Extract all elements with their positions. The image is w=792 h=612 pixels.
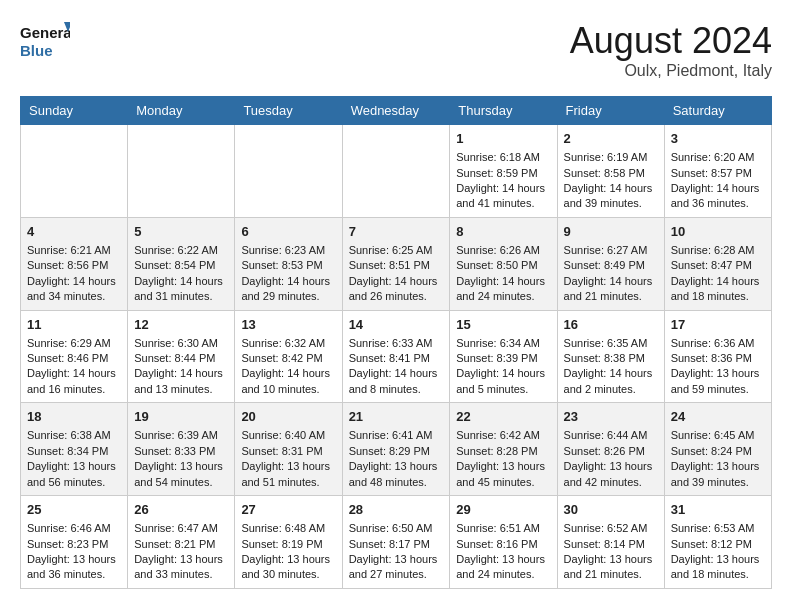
svg-text:General: General xyxy=(20,24,70,41)
day-number: 21 xyxy=(349,408,444,426)
day-info: Sunrise: 6:22 AM Sunset: 8:54 PM Dayligh… xyxy=(134,244,223,302)
day-cell: 9Sunrise: 6:27 AM Sunset: 8:49 PM Daylig… xyxy=(557,217,664,310)
day-cell: 5Sunrise: 6:22 AM Sunset: 8:54 PM Daylig… xyxy=(128,217,235,310)
day-number: 31 xyxy=(671,501,765,519)
calendar-table: SundayMondayTuesdayWednesdayThursdayFrid… xyxy=(20,96,772,589)
day-cell: 28Sunrise: 6:50 AM Sunset: 8:17 PM Dayli… xyxy=(342,496,450,589)
week-row-2: 4Sunrise: 6:21 AM Sunset: 8:56 PM Daylig… xyxy=(21,217,772,310)
day-number: 28 xyxy=(349,501,444,519)
day-cell: 12Sunrise: 6:30 AM Sunset: 8:44 PM Dayli… xyxy=(128,310,235,403)
day-number: 4 xyxy=(27,223,121,241)
day-info: Sunrise: 6:40 AM Sunset: 8:31 PM Dayligh… xyxy=(241,429,330,487)
day-number: 2 xyxy=(564,130,658,148)
day-cell: 26Sunrise: 6:47 AM Sunset: 8:21 PM Dayli… xyxy=(128,496,235,589)
day-cell: 25Sunrise: 6:46 AM Sunset: 8:23 PM Dayli… xyxy=(21,496,128,589)
weekday-header-thursday: Thursday xyxy=(450,97,557,125)
day-cell: 10Sunrise: 6:28 AM Sunset: 8:47 PM Dayli… xyxy=(664,217,771,310)
day-info: Sunrise: 6:46 AM Sunset: 8:23 PM Dayligh… xyxy=(27,522,116,580)
day-number: 12 xyxy=(134,316,228,334)
day-info: Sunrise: 6:21 AM Sunset: 8:56 PM Dayligh… xyxy=(27,244,116,302)
day-cell: 22Sunrise: 6:42 AM Sunset: 8:28 PM Dayli… xyxy=(450,403,557,496)
day-cell: 14Sunrise: 6:33 AM Sunset: 8:41 PM Dayli… xyxy=(342,310,450,403)
day-number: 13 xyxy=(241,316,335,334)
day-number: 10 xyxy=(671,223,765,241)
day-info: Sunrise: 6:45 AM Sunset: 8:24 PM Dayligh… xyxy=(671,429,760,487)
day-number: 20 xyxy=(241,408,335,426)
day-number: 30 xyxy=(564,501,658,519)
day-cell: 15Sunrise: 6:34 AM Sunset: 8:39 PM Dayli… xyxy=(450,310,557,403)
day-number: 27 xyxy=(241,501,335,519)
day-info: Sunrise: 6:28 AM Sunset: 8:47 PM Dayligh… xyxy=(671,244,760,302)
day-info: Sunrise: 6:52 AM Sunset: 8:14 PM Dayligh… xyxy=(564,522,653,580)
day-info: Sunrise: 6:38 AM Sunset: 8:34 PM Dayligh… xyxy=(27,429,116,487)
day-cell xyxy=(235,125,342,218)
day-cell: 7Sunrise: 6:25 AM Sunset: 8:51 PM Daylig… xyxy=(342,217,450,310)
day-info: Sunrise: 6:27 AM Sunset: 8:49 PM Dayligh… xyxy=(564,244,653,302)
month-year: August 2024 xyxy=(570,20,772,62)
day-number: 16 xyxy=(564,316,658,334)
page-header: General Blue August 2024 Oulx, Piedmont,… xyxy=(20,20,772,80)
day-cell xyxy=(342,125,450,218)
day-info: Sunrise: 6:18 AM Sunset: 8:59 PM Dayligh… xyxy=(456,151,545,209)
day-cell: 23Sunrise: 6:44 AM Sunset: 8:26 PM Dayli… xyxy=(557,403,664,496)
logo: General Blue xyxy=(20,20,70,62)
day-cell: 8Sunrise: 6:26 AM Sunset: 8:50 PM Daylig… xyxy=(450,217,557,310)
day-info: Sunrise: 6:30 AM Sunset: 8:44 PM Dayligh… xyxy=(134,337,223,395)
day-number: 25 xyxy=(27,501,121,519)
day-number: 23 xyxy=(564,408,658,426)
day-info: Sunrise: 6:20 AM Sunset: 8:57 PM Dayligh… xyxy=(671,151,760,209)
day-number: 3 xyxy=(671,130,765,148)
day-number: 11 xyxy=(27,316,121,334)
day-info: Sunrise: 6:47 AM Sunset: 8:21 PM Dayligh… xyxy=(134,522,223,580)
day-cell: 6Sunrise: 6:23 AM Sunset: 8:53 PM Daylig… xyxy=(235,217,342,310)
day-info: Sunrise: 6:32 AM Sunset: 8:42 PM Dayligh… xyxy=(241,337,330,395)
day-number: 9 xyxy=(564,223,658,241)
weekday-header-tuesday: Tuesday xyxy=(235,97,342,125)
day-info: Sunrise: 6:50 AM Sunset: 8:17 PM Dayligh… xyxy=(349,522,438,580)
day-cell: 1Sunrise: 6:18 AM Sunset: 8:59 PM Daylig… xyxy=(450,125,557,218)
day-cell: 27Sunrise: 6:48 AM Sunset: 8:19 PM Dayli… xyxy=(235,496,342,589)
day-cell: 18Sunrise: 6:38 AM Sunset: 8:34 PM Dayli… xyxy=(21,403,128,496)
week-row-1: 1Sunrise: 6:18 AM Sunset: 8:59 PM Daylig… xyxy=(21,125,772,218)
day-cell: 20Sunrise: 6:40 AM Sunset: 8:31 PM Dayli… xyxy=(235,403,342,496)
day-number: 5 xyxy=(134,223,228,241)
day-cell: 21Sunrise: 6:41 AM Sunset: 8:29 PM Dayli… xyxy=(342,403,450,496)
weekday-header-friday: Friday xyxy=(557,97,664,125)
weekday-header-sunday: Sunday xyxy=(21,97,128,125)
day-number: 1 xyxy=(456,130,550,148)
day-cell: 16Sunrise: 6:35 AM Sunset: 8:38 PM Dayli… xyxy=(557,310,664,403)
day-info: Sunrise: 6:34 AM Sunset: 8:39 PM Dayligh… xyxy=(456,337,545,395)
day-number: 19 xyxy=(134,408,228,426)
day-cell: 3Sunrise: 6:20 AM Sunset: 8:57 PM Daylig… xyxy=(664,125,771,218)
title-block: August 2024 Oulx, Piedmont, Italy xyxy=(570,20,772,80)
day-info: Sunrise: 6:44 AM Sunset: 8:26 PM Dayligh… xyxy=(564,429,653,487)
day-number: 15 xyxy=(456,316,550,334)
day-number: 17 xyxy=(671,316,765,334)
day-info: Sunrise: 6:25 AM Sunset: 8:51 PM Dayligh… xyxy=(349,244,438,302)
weekday-header-wednesday: Wednesday xyxy=(342,97,450,125)
day-cell xyxy=(21,125,128,218)
location: Oulx, Piedmont, Italy xyxy=(570,62,772,80)
day-number: 14 xyxy=(349,316,444,334)
day-info: Sunrise: 6:36 AM Sunset: 8:36 PM Dayligh… xyxy=(671,337,760,395)
week-row-3: 11Sunrise: 6:29 AM Sunset: 8:46 PM Dayli… xyxy=(21,310,772,403)
day-cell: 2Sunrise: 6:19 AM Sunset: 8:58 PM Daylig… xyxy=(557,125,664,218)
svg-text:Blue: Blue xyxy=(20,42,53,59)
day-cell: 11Sunrise: 6:29 AM Sunset: 8:46 PM Dayli… xyxy=(21,310,128,403)
day-number: 26 xyxy=(134,501,228,519)
day-info: Sunrise: 6:26 AM Sunset: 8:50 PM Dayligh… xyxy=(456,244,545,302)
day-info: Sunrise: 6:39 AM Sunset: 8:33 PM Dayligh… xyxy=(134,429,223,487)
day-cell: 4Sunrise: 6:21 AM Sunset: 8:56 PM Daylig… xyxy=(21,217,128,310)
day-info: Sunrise: 6:29 AM Sunset: 8:46 PM Dayligh… xyxy=(27,337,116,395)
day-cell: 17Sunrise: 6:36 AM Sunset: 8:36 PM Dayli… xyxy=(664,310,771,403)
day-info: Sunrise: 6:19 AM Sunset: 8:58 PM Dayligh… xyxy=(564,151,653,209)
logo-svg: General Blue xyxy=(20,20,70,62)
week-row-4: 18Sunrise: 6:38 AM Sunset: 8:34 PM Dayli… xyxy=(21,403,772,496)
day-cell: 19Sunrise: 6:39 AM Sunset: 8:33 PM Dayli… xyxy=(128,403,235,496)
day-cell: 13Sunrise: 6:32 AM Sunset: 8:42 PM Dayli… xyxy=(235,310,342,403)
day-cell: 31Sunrise: 6:53 AM Sunset: 8:12 PM Dayli… xyxy=(664,496,771,589)
day-number: 6 xyxy=(241,223,335,241)
weekday-header-row: SundayMondayTuesdayWednesdayThursdayFrid… xyxy=(21,97,772,125)
day-info: Sunrise: 6:42 AM Sunset: 8:28 PM Dayligh… xyxy=(456,429,545,487)
day-info: Sunrise: 6:51 AM Sunset: 8:16 PM Dayligh… xyxy=(456,522,545,580)
